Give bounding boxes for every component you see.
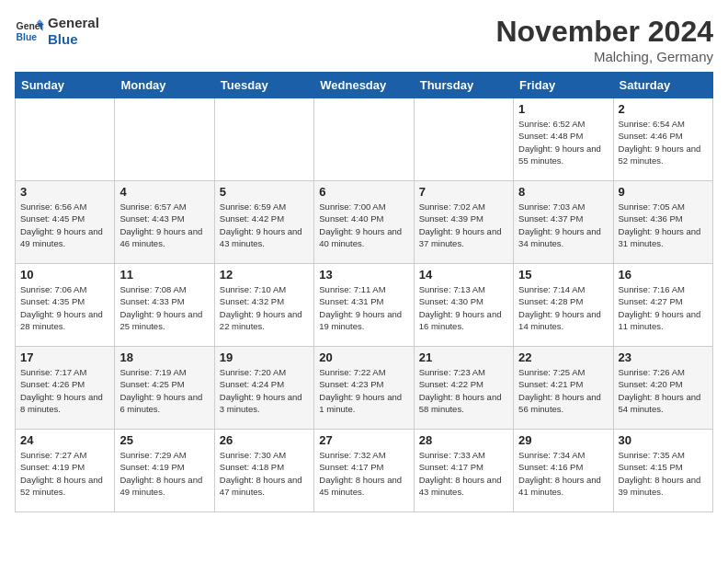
- day-number: 29: [518, 433, 608, 447]
- weekday-header-saturday: Saturday: [613, 73, 712, 98]
- day-info: Sunrise: 7:20 AM Sunset: 4:24 PM Dayligh…: [220, 366, 309, 415]
- header: General Blue General Blue November 2024 …: [15, 15, 713, 64]
- calendar-cell: 20Sunrise: 7:22 AM Sunset: 4:23 PM Dayli…: [314, 347, 414, 430]
- day-info: Sunrise: 7:19 AM Sunset: 4:25 PM Dayligh…: [119, 366, 209, 415]
- calendar-cell: 4Sunrise: 6:57 AM Sunset: 4:43 PM Daylig…: [115, 181, 214, 264]
- weekday-header-monday: Monday: [115, 73, 214, 98]
- calendar-cell: 24Sunrise: 7:27 AM Sunset: 4:19 PM Dayli…: [16, 430, 115, 512]
- calendar-cell: [16, 98, 115, 181]
- day-info: Sunrise: 7:29 AM Sunset: 4:19 PM Dayligh…: [119, 449, 209, 498]
- day-info: Sunrise: 6:52 AM Sunset: 4:48 PM Dayligh…: [518, 118, 608, 167]
- day-number: 24: [20, 433, 109, 447]
- day-number: 4: [119, 185, 209, 199]
- calendar-cell: 30Sunrise: 7:35 AM Sunset: 4:15 PM Dayli…: [613, 430, 712, 512]
- day-info: Sunrise: 7:27 AM Sunset: 4:19 PM Dayligh…: [20, 449, 109, 498]
- calendar-cell: [115, 98, 214, 181]
- calendar-cell: [214, 98, 313, 181]
- calendar-cell: 23Sunrise: 7:26 AM Sunset: 4:20 PM Dayli…: [613, 347, 712, 430]
- logo: General Blue General Blue: [15, 15, 99, 48]
- calendar-cell: 25Sunrise: 7:29 AM Sunset: 4:19 PM Dayli…: [115, 430, 214, 512]
- day-number: 2: [619, 102, 708, 116]
- day-info: Sunrise: 7:08 AM Sunset: 4:33 PM Dayligh…: [119, 283, 209, 332]
- calendar-cell: 10Sunrise: 7:06 AM Sunset: 4:35 PM Dayli…: [16, 264, 115, 347]
- day-number: 25: [119, 433, 209, 447]
- day-number: 30: [619, 433, 708, 447]
- day-info: Sunrise: 7:02 AM Sunset: 4:39 PM Dayligh…: [419, 201, 508, 249]
- calendar-cell: [314, 98, 414, 181]
- weekday-header-friday: Friday: [514, 73, 613, 98]
- day-number: 21: [419, 350, 508, 364]
- calendar-cell: 15Sunrise: 7:14 AM Sunset: 4:28 PM Dayli…: [514, 264, 613, 347]
- calendar-week-4: 17Sunrise: 7:17 AM Sunset: 4:26 PM Dayli…: [16, 347, 713, 430]
- calendar-cell: 22Sunrise: 7:25 AM Sunset: 4:21 PM Dayli…: [514, 347, 613, 430]
- day-number: 10: [20, 268, 109, 282]
- day-number: 23: [619, 350, 708, 364]
- weekday-header-wednesday: Wednesday: [314, 73, 414, 98]
- day-info: Sunrise: 7:17 AM Sunset: 4:26 PM Dayligh…: [20, 366, 109, 415]
- day-number: 8: [518, 185, 608, 199]
- calendar-cell: 8Sunrise: 7:03 AM Sunset: 4:37 PM Daylig…: [514, 181, 613, 264]
- day-number: 20: [319, 350, 408, 364]
- day-number: 26: [220, 433, 309, 447]
- month-title: November 2024: [495, 15, 713, 49]
- day-info: Sunrise: 7:33 AM Sunset: 4:17 PM Dayligh…: [419, 449, 508, 498]
- day-number: 16: [619, 268, 708, 282]
- calendar-table: SundayMondayTuesdayWednesdayThursdayFrid…: [15, 72, 713, 512]
- day-info: Sunrise: 7:03 AM Sunset: 4:37 PM Dayligh…: [518, 201, 608, 249]
- calendar-cell: 14Sunrise: 7:13 AM Sunset: 4:30 PM Dayli…: [414, 264, 513, 347]
- day-number: 19: [220, 350, 309, 364]
- day-number: 3: [20, 185, 109, 199]
- day-info: Sunrise: 7:16 AM Sunset: 4:27 PM Dayligh…: [619, 283, 708, 332]
- calendar-cell: 27Sunrise: 7:32 AM Sunset: 4:17 PM Dayli…: [314, 430, 414, 512]
- day-info: Sunrise: 7:06 AM Sunset: 4:35 PM Dayligh…: [20, 283, 109, 332]
- day-number: 14: [419, 268, 508, 282]
- day-number: 9: [619, 185, 708, 199]
- day-number: 7: [419, 185, 508, 199]
- day-info: Sunrise: 7:34 AM Sunset: 4:16 PM Dayligh…: [518, 449, 608, 498]
- day-info: Sunrise: 7:13 AM Sunset: 4:30 PM Dayligh…: [419, 283, 508, 332]
- location: Malching, Germany: [495, 49, 713, 64]
- day-number: 27: [319, 433, 408, 447]
- day-number: 17: [20, 350, 109, 364]
- calendar-cell: 26Sunrise: 7:30 AM Sunset: 4:18 PM Dayli…: [214, 430, 313, 512]
- day-number: 22: [518, 350, 608, 364]
- day-number: 12: [220, 268, 309, 282]
- calendar-week-3: 10Sunrise: 7:06 AM Sunset: 4:35 PM Dayli…: [16, 264, 713, 347]
- day-info: Sunrise: 7:10 AM Sunset: 4:32 PM Dayligh…: [220, 283, 309, 332]
- day-number: 11: [119, 268, 209, 282]
- calendar-cell: 21Sunrise: 7:23 AM Sunset: 4:22 PM Dayli…: [414, 347, 513, 430]
- day-number: 5: [220, 185, 309, 199]
- day-number: 6: [319, 185, 408, 199]
- title-area: November 2024 Malching, Germany: [495, 15, 713, 64]
- calendar-cell: 5Sunrise: 6:59 AM Sunset: 4:42 PM Daylig…: [214, 181, 313, 264]
- weekday-header-row: SundayMondayTuesdayWednesdayThursdayFrid…: [16, 73, 713, 98]
- day-info: Sunrise: 7:22 AM Sunset: 4:23 PM Dayligh…: [319, 366, 408, 415]
- calendar-week-5: 24Sunrise: 7:27 AM Sunset: 4:19 PM Dayli…: [16, 430, 713, 512]
- day-number: 1: [518, 102, 608, 116]
- day-info: Sunrise: 6:56 AM Sunset: 4:45 PM Dayligh…: [20, 201, 109, 249]
- day-info: Sunrise: 6:59 AM Sunset: 4:42 PM Dayligh…: [220, 201, 309, 249]
- day-info: Sunrise: 7:35 AM Sunset: 4:15 PM Dayligh…: [619, 449, 708, 498]
- calendar-cell: 2Sunrise: 6:54 AM Sunset: 4:46 PM Daylig…: [613, 98, 712, 181]
- calendar-cell: 18Sunrise: 7:19 AM Sunset: 4:25 PM Dayli…: [115, 347, 214, 430]
- calendar-cell: 7Sunrise: 7:02 AM Sunset: 4:39 PM Daylig…: [414, 181, 513, 264]
- day-number: 13: [319, 268, 408, 282]
- day-number: 28: [419, 433, 508, 447]
- day-info: Sunrise: 7:00 AM Sunset: 4:40 PM Dayligh…: [319, 201, 408, 249]
- calendar-cell: [414, 98, 513, 181]
- weekday-header-thursday: Thursday: [414, 73, 513, 98]
- calendar-cell: 16Sunrise: 7:16 AM Sunset: 4:27 PM Dayli…: [613, 264, 712, 347]
- logo-text-line2: Blue: [48, 31, 99, 48]
- calendar-cell: 6Sunrise: 7:00 AM Sunset: 4:40 PM Daylig…: [314, 181, 414, 264]
- day-info: Sunrise: 7:14 AM Sunset: 4:28 PM Dayligh…: [518, 283, 608, 332]
- day-info: Sunrise: 7:23 AM Sunset: 4:22 PM Dayligh…: [419, 366, 508, 415]
- calendar-cell: 17Sunrise: 7:17 AM Sunset: 4:26 PM Dayli…: [16, 347, 115, 430]
- calendar-cell: 1Sunrise: 6:52 AM Sunset: 4:48 PM Daylig…: [514, 98, 613, 181]
- weekday-header-sunday: Sunday: [16, 73, 115, 98]
- calendar-cell: 3Sunrise: 6:56 AM Sunset: 4:45 PM Daylig…: [16, 181, 115, 264]
- day-info: Sunrise: 6:54 AM Sunset: 4:46 PM Dayligh…: [619, 118, 708, 167]
- calendar-week-1: 1Sunrise: 6:52 AM Sunset: 4:48 PM Daylig…: [16, 98, 713, 181]
- logo-icon: General Blue: [15, 17, 44, 46]
- calendar-cell: 28Sunrise: 7:33 AM Sunset: 4:17 PM Dayli…: [414, 430, 513, 512]
- day-number: 18: [119, 350, 209, 364]
